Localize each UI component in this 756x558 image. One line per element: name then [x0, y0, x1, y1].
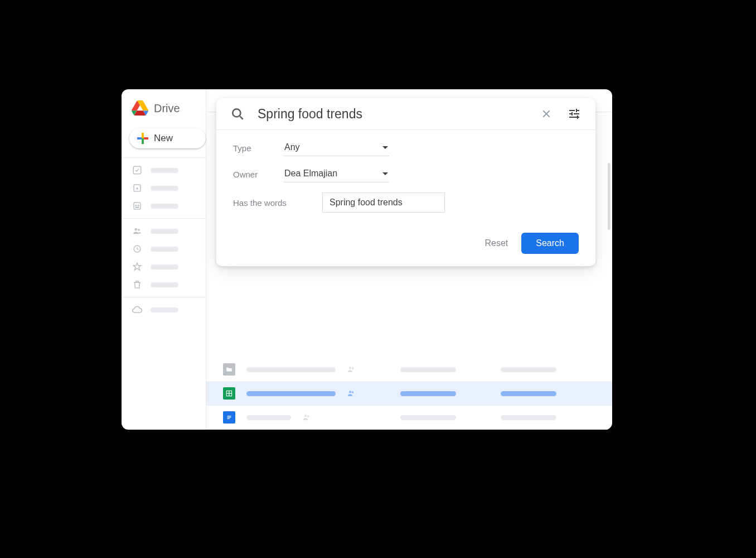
sidebar-item-label: [151, 282, 178, 287]
sidebar-item-label: [151, 204, 178, 209]
svg-point-10: [349, 367, 351, 369]
search-actions: Reset Search: [216, 228, 595, 266]
sidebar-item-storage[interactable]: [122, 301, 206, 319]
file-name-placeholder: [246, 367, 336, 372]
sidebar-item-label: [151, 264, 178, 270]
svg-point-22: [232, 109, 240, 117]
search-input[interactable]: [258, 107, 526, 122]
file-meta-placeholder: [501, 367, 556, 372]
sidebar-item-shared-drives[interactable]: [122, 197, 206, 215]
star-icon: [132, 261, 143, 272]
trash-icon: [132, 279, 143, 290]
shared-icon: [347, 389, 357, 398]
drive-logo-icon: [132, 100, 148, 116]
svg-point-8: [138, 229, 140, 231]
people-icon: [132, 225, 143, 237]
sidebar-item-label: [151, 229, 178, 234]
sidebar-item-trash[interactable]: [122, 276, 206, 294]
tune-icon[interactable]: [566, 106, 582, 122]
clear-icon[interactable]: [539, 106, 554, 122]
file-row-folder[interactable]: [206, 358, 612, 382]
filter-type-label: Type: [233, 143, 283, 153]
shared-icon: [347, 365, 357, 374]
svg-point-15: [349, 391, 351, 393]
file-name-placeholder: [246, 415, 291, 420]
sidebar-section-1: [122, 157, 206, 218]
sidebar-item-shared[interactable]: [122, 222, 206, 240]
sidebar-item-starred[interactable]: [122, 258, 206, 276]
search-icon[interactable]: [230, 106, 245, 122]
file-row-sheet[interactable]: [206, 382, 612, 406]
file-meta-placeholder: [400, 391, 456, 396]
svg-point-16: [352, 391, 353, 393]
filter-row-words: Has the words: [233, 193, 579, 213]
sidebar-section-2: [122, 218, 206, 297]
app-window: Drive New: [122, 89, 612, 430]
sidebar-item-label: [151, 186, 178, 191]
clock-icon: [132, 243, 143, 254]
sidebar-item-label: [151, 168, 178, 173]
file-row-doc[interactable]: [206, 406, 612, 430]
sidebar: Drive New: [122, 89, 206, 430]
svg-rect-3: [134, 203, 140, 209]
filter-type-value: Any: [284, 142, 300, 152]
sidebar-item-label: [151, 307, 178, 312]
svg-point-11: [352, 367, 353, 369]
chevron-down-icon: [382, 172, 388, 175]
reset-button[interactable]: Reset: [485, 238, 508, 248]
logo-row[interactable]: Drive: [122, 97, 206, 124]
filter-row-type: Type Any: [233, 140, 579, 156]
search-button[interactable]: Search: [521, 233, 579, 254]
cloud-icon: [132, 304, 143, 315]
file-meta-placeholder: [501, 415, 556, 420]
new-button-label: New: [154, 133, 173, 144]
sidebar-section-3: [122, 297, 206, 322]
svg-line-23: [240, 116, 243, 119]
svg-point-7: [135, 228, 138, 231]
search-bar: [216, 98, 595, 130]
sidebar-item-recent[interactable]: [122, 240, 206, 258]
filter-type-dropdown[interactable]: Any: [283, 140, 389, 156]
filter-words-input[interactable]: [322, 193, 445, 213]
file-name-placeholder: [246, 391, 336, 396]
filter-owner-label: Owner: [233, 170, 283, 179]
drive-icon: [132, 182, 143, 194]
checkbox-icon: [132, 165, 143, 176]
file-meta-placeholder: [400, 415, 456, 420]
file-meta-placeholder: [400, 367, 456, 372]
plus-icon: [137, 133, 148, 144]
shared-drives-icon: [132, 200, 143, 211]
svg-rect-6: [135, 207, 139, 208]
file-meta-placeholder: [501, 391, 556, 396]
sheets-icon: [223, 387, 235, 400]
docs-icon: [223, 411, 235, 424]
search-filters: Type Any Owner Dea Elmajian Has the word…: [216, 130, 595, 228]
shared-icon: [302, 413, 312, 422]
svg-point-21: [307, 415, 309, 417]
filter-row-owner: Owner Dea Elmajian: [233, 166, 579, 182]
new-button[interactable]: New: [129, 128, 206, 148]
chevron-down-icon: [382, 146, 388, 149]
filter-owner-value: Dea Elmajian: [284, 169, 337, 179]
sidebar-item-priority[interactable]: [122, 161, 206, 179]
sidebar-item-label: [151, 247, 178, 252]
filter-words-label: Has the words: [233, 198, 322, 208]
sidebar-item-mydrive[interactable]: [122, 179, 206, 197]
svg-marker-2: [136, 187, 139, 190]
app-title: Drive: [154, 102, 180, 115]
search-panel: Type Any Owner Dea Elmajian Has the word…: [216, 98, 595, 266]
svg-point-5: [138, 205, 139, 206]
svg-point-4: [135, 205, 137, 206]
filter-owner-dropdown[interactable]: Dea Elmajian: [283, 166, 389, 182]
svg-point-20: [304, 415, 307, 417]
folder-icon: [223, 363, 235, 376]
